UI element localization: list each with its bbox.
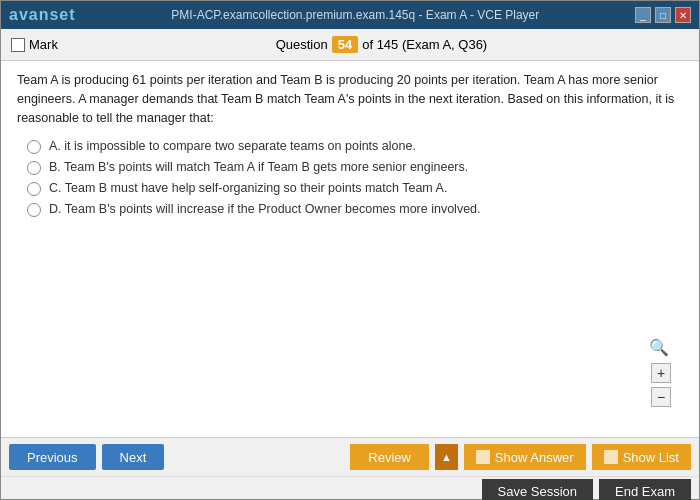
close-button[interactable]: ✕: [675, 7, 691, 23]
show-list-icon: [604, 450, 618, 464]
end-exam-button[interactable]: End Exam: [599, 479, 691, 501]
zoom-in-button[interactable]: +: [651, 363, 671, 383]
show-list-button[interactable]: Show List: [592, 444, 691, 470]
option-c[interactable]: C. Team B must have help self-organizing…: [27, 181, 683, 196]
search-icon[interactable]: 🔍: [649, 338, 669, 357]
previous-button[interactable]: Previous: [9, 444, 96, 470]
question-total: of 145 (Exam A, Q36): [362, 37, 487, 52]
app-logo: avanset: [9, 6, 76, 24]
next-button[interactable]: Next: [102, 444, 165, 470]
maximize-button[interactable]: □: [655, 7, 671, 23]
footer: Previous Next Review ▲ Show Answer Show …: [1, 437, 699, 499]
radio-b[interactable]: [27, 161, 41, 175]
review-arrow-button[interactable]: ▲: [435, 444, 458, 470]
footer-nav-row: Previous Next Review ▲ Show Answer Show …: [1, 438, 699, 476]
mark-label: Mark: [29, 37, 58, 52]
show-list-label: Show List: [623, 450, 679, 465]
option-c-label: C. Team B must have help self-organizing…: [49, 181, 447, 195]
show-answer-button[interactable]: Show Answer: [464, 444, 586, 470]
title-bar: avanset PMI-ACP.examcollection.premium.e…: [1, 1, 699, 29]
review-label: Review: [368, 450, 411, 465]
mark-area: Mark: [11, 37, 58, 52]
minimize-button[interactable]: _: [635, 7, 651, 23]
option-b[interactable]: B. Team B's points will match Team A if …: [27, 160, 683, 175]
option-c-text: Team B must have help self-organizing so…: [65, 181, 448, 195]
radio-a[interactable]: [27, 140, 41, 154]
option-a-label: A. it is impossible to compare two separ…: [49, 139, 416, 153]
window-controls: _ □ ✕: [635, 7, 691, 23]
zoom-controls: + −: [651, 363, 671, 407]
radio-c[interactable]: [27, 182, 41, 196]
review-button[interactable]: Review: [350, 444, 429, 470]
option-b-text: Team B's points will match Team A if Tea…: [64, 160, 468, 174]
option-d[interactable]: D. Team B's points will increase if the …: [27, 202, 683, 217]
question-text: Team A is producing 61 points per iterat…: [17, 71, 683, 127]
logo-prefix: avan: [9, 6, 49, 23]
option-b-label: B. Team B's points will match Team A if …: [49, 160, 468, 174]
zoom-out-button[interactable]: −: [651, 387, 671, 407]
option-d-label: D. Team B's points will increase if the …: [49, 202, 481, 216]
save-session-button[interactable]: Save Session: [482, 479, 594, 501]
show-answer-icon: [476, 450, 490, 464]
title-bar-left: avanset: [9, 6, 76, 24]
option-d-text: Team B's points will increase if the Pro…: [65, 202, 481, 216]
window-title: PMI-ACP.examcollection.premium.exam.145q…: [171, 8, 539, 22]
option-a[interactable]: A. it is impossible to compare two separ…: [27, 139, 683, 154]
question-number-badge: 54: [332, 36, 358, 53]
question-info: Question 54 of 145 (Exam A, Q36): [276, 36, 488, 53]
main-content: Team A is producing 61 points per iterat…: [1, 61, 699, 437]
content-area: 🔍 + −: [17, 217, 683, 427]
options-list: A. it is impossible to compare two separ…: [27, 139, 683, 217]
mark-checkbox[interactable]: [11, 38, 25, 52]
option-a-text: it is impossible to compare two separate…: [64, 139, 416, 153]
radio-d[interactable]: [27, 203, 41, 217]
show-answer-label: Show Answer: [495, 450, 574, 465]
toolbar: Mark Question 54 of 145 (Exam A, Q36): [1, 29, 699, 61]
logo-suffix: set: [49, 6, 75, 23]
question-label: Question: [276, 37, 328, 52]
footer-session-row: Save Session End Exam: [1, 476, 699, 500]
